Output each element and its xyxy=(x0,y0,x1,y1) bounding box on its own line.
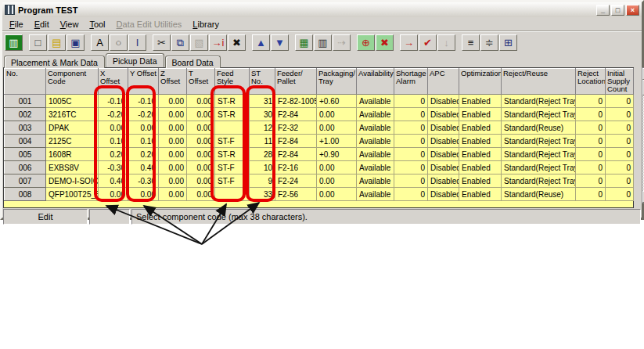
table-cell[interactable]: 0.00 xyxy=(159,135,187,148)
table-cell[interactable]: 0.00 xyxy=(159,95,187,108)
parts-list-button[interactable]: ▥ xyxy=(314,34,332,51)
table-cell[interactable]: Disabled xyxy=(428,148,459,161)
feeder-setup-button[interactable]: ▦ xyxy=(295,34,313,51)
table-cell[interactable]: Disabled xyxy=(428,121,459,135)
table-cell[interactable]: 0.00 xyxy=(159,174,187,188)
table-cell[interactable]: 0 xyxy=(606,174,634,188)
table-cell[interactable]: 0.00 xyxy=(317,108,357,121)
table-cell[interactable]: Enabled xyxy=(459,148,502,161)
table-cell[interactable]: F2-82-1005 xyxy=(275,95,317,108)
table-cell[interactable]: Disabled xyxy=(428,174,459,188)
table-cell[interactable]: Standard(Reuse) xyxy=(502,188,576,201)
tab-board-data[interactable]: Board Data xyxy=(165,56,221,68)
table-cell[interactable]: Available xyxy=(357,108,394,121)
cut-button[interactable]: ✂ xyxy=(153,34,171,51)
minimize-button[interactable]: _ xyxy=(596,5,610,16)
table-cell[interactable]: Standard(Reject Tray) xyxy=(502,95,576,108)
table-cell[interactable]: Enabled xyxy=(459,135,502,148)
row-header-button[interactable]: 002 xyxy=(5,108,46,121)
table-cell[interactable]: 1005C xyxy=(46,95,99,108)
table-cell[interactable]: F2-32 xyxy=(275,121,317,135)
table-cell[interactable]: Available xyxy=(357,188,394,201)
maximize-button[interactable]: □ xyxy=(611,5,624,16)
move-down-button[interactable]: ▼ xyxy=(271,34,289,51)
table-cell[interactable]: 0 xyxy=(394,148,428,161)
table-cell[interactable]: 0 xyxy=(606,161,634,174)
add-grid-point-button[interactable]: ⊞ xyxy=(499,34,517,51)
copy-button[interactable]: ⧉ xyxy=(171,34,189,51)
row-header-button[interactable]: 004 xyxy=(5,135,46,148)
row-header-button[interactable]: 006 xyxy=(5,161,46,174)
table-cell[interactable]: Disabled xyxy=(428,161,459,174)
row-header-button[interactable]: 008 xyxy=(5,188,46,201)
table-cell[interactable]: Enabled xyxy=(459,108,502,121)
table-cell[interactable]: 0 xyxy=(606,121,634,135)
mark-check-button[interactable]: ⊕ xyxy=(357,34,375,51)
table-cell[interactable]: Available xyxy=(357,135,394,148)
table-cell[interactable]: Enabled xyxy=(459,121,502,135)
table-cell[interactable]: 0.00 xyxy=(159,108,187,121)
menu-file[interactable]: File xyxy=(4,18,29,31)
table-cell[interactable]: +0.60 xyxy=(317,95,357,108)
table-cell[interactable]: EXBS8V xyxy=(46,161,99,174)
close-button[interactable]: × xyxy=(626,5,639,16)
table-cell[interactable]: 0 xyxy=(576,161,606,174)
table-cell[interactable]: 0 xyxy=(394,108,428,121)
table-cell[interactable]: 0.00 xyxy=(317,161,357,174)
table-cell[interactable]: Standard(Reject Tray) xyxy=(502,161,576,174)
table-cell[interactable]: DEMO-I-SOIC16 xyxy=(46,174,99,188)
table-cell[interactable]: 0.00 xyxy=(317,121,357,135)
row-header-button[interactable]: 003 xyxy=(5,121,46,135)
menu-tool[interactable]: Tool xyxy=(84,18,110,31)
table-cell[interactable]: F2-16 xyxy=(275,161,317,174)
table-cell[interactable]: Disabled xyxy=(428,95,459,108)
table-cell[interactable]: 0 xyxy=(576,135,606,148)
table-cell[interactable]: Standard(Reject Tray) xyxy=(502,135,576,148)
table-cell[interactable]: +1.00 xyxy=(317,135,357,148)
table-cell[interactable]: F2-24 xyxy=(275,174,317,188)
delete-line-button[interactable]: ✖ xyxy=(228,34,246,51)
table-cell[interactable]: 0.00 xyxy=(159,121,187,135)
table-cell[interactable]: Enabled xyxy=(459,174,502,188)
table-cell[interactable]: 0 xyxy=(606,148,634,161)
save-file-button[interactable]: ▣ xyxy=(67,34,85,51)
tab-pickup-data[interactable]: Pickup Data xyxy=(106,53,164,67)
table-cell[interactable]: Disabled xyxy=(428,188,459,201)
level-adjust-button[interactable]: ≑ xyxy=(480,34,498,51)
table-cell[interactable]: Available xyxy=(357,95,394,108)
table-cell[interactable]: 0 xyxy=(576,95,606,108)
table-cell[interactable]: 0 xyxy=(394,188,428,201)
jump-button[interactable]: → xyxy=(400,34,418,51)
table-cell[interactable]: Disabled xyxy=(428,135,459,148)
table-cell[interactable]: +0.90 xyxy=(317,148,357,161)
table-cell[interactable]: Enabled xyxy=(459,188,502,201)
tab-placement-mark-data[interactable]: Placement & Mark Data xyxy=(4,56,105,68)
table-cell[interactable]: Available xyxy=(357,121,394,135)
table-cell[interactable]: 1608R xyxy=(46,148,99,161)
table-cell[interactable]: 0 xyxy=(394,161,428,174)
table-cell[interactable]: Standard(Reuse) xyxy=(502,121,576,135)
table-cell[interactable]: QFP100T25_32 xyxy=(46,188,99,201)
table-cell[interactable]: 0 xyxy=(576,148,606,161)
sort-list-button[interactable]: ≡ xyxy=(462,34,480,51)
table-cell[interactable]: Standard(Reject Tray) xyxy=(502,148,576,161)
table-cell[interactable]: 0.00 xyxy=(159,188,187,201)
table-cell[interactable]: 0 xyxy=(606,135,634,148)
table-cell[interactable]: Enabled xyxy=(459,161,502,174)
start-button[interactable]: ▥ xyxy=(5,34,23,51)
open-file-button[interactable]: ▤ xyxy=(48,34,66,51)
table-cell[interactable]: F2-84 xyxy=(275,108,317,121)
table-cell[interactable]: 0 xyxy=(606,188,634,201)
table-cell[interactable]: 0 xyxy=(576,121,606,135)
table-cell[interactable]: F2-56 xyxy=(275,188,317,201)
insert-line-button[interactable]: →i xyxy=(209,34,227,51)
table-cell[interactable]: 0.00 xyxy=(317,174,357,188)
row-header-button[interactable]: 001 xyxy=(5,95,46,108)
table-cell[interactable]: 0 xyxy=(394,121,428,135)
table-cell[interactable]: 0 xyxy=(576,174,606,188)
table-cell[interactable]: 3216TC xyxy=(46,108,99,121)
menu-library[interactable]: Library xyxy=(187,18,225,31)
table-cell[interactable]: DPAK xyxy=(46,121,99,135)
table-cell[interactable]: F2-84 xyxy=(275,135,317,148)
table-cell[interactable]: 0 xyxy=(394,174,428,188)
